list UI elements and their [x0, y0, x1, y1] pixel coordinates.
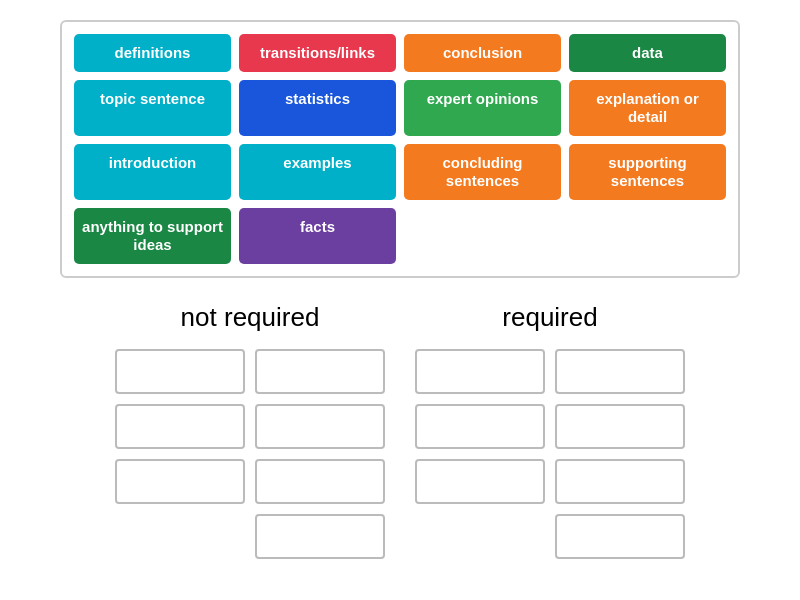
- tile-data[interactable]: data: [569, 34, 726, 72]
- not-required-column: not required: [115, 302, 385, 559]
- drop-box-r-2[interactable]: [555, 349, 685, 394]
- tile-facts[interactable]: facts: [239, 208, 396, 264]
- required-header: required: [502, 302, 597, 333]
- not-required-grid: [115, 349, 385, 559]
- word-bank: definitions transitions/links conclusion…: [60, 20, 740, 278]
- tile-examples[interactable]: examples: [239, 144, 396, 200]
- drop-box-r-5[interactable]: [415, 459, 545, 504]
- drop-box-r-3[interactable]: [415, 404, 545, 449]
- page-container: definitions transitions/links conclusion…: [0, 0, 800, 579]
- drop-box-nr-7[interactable]: [255, 514, 385, 559]
- tile-explanation-detail[interactable]: explanation or detail: [569, 80, 726, 136]
- tile-transitions-links[interactable]: transitions/links: [239, 34, 396, 72]
- drop-box-r-1[interactable]: [415, 349, 545, 394]
- tile-statistics[interactable]: statistics: [239, 80, 396, 136]
- required-column: required: [415, 302, 685, 559]
- drop-section: not required required: [60, 302, 740, 559]
- tile-concluding-sentences[interactable]: concluding sentences: [404, 144, 561, 200]
- drop-box-r-7[interactable]: [555, 514, 685, 559]
- tile-conclusion[interactable]: conclusion: [404, 34, 561, 72]
- required-grid: [415, 349, 685, 559]
- drop-box-nr-1[interactable]: [115, 349, 245, 394]
- tile-definitions[interactable]: definitions: [74, 34, 231, 72]
- drop-box-r-6[interactable]: [555, 459, 685, 504]
- tile-anything-support[interactable]: anything to support ideas: [74, 208, 231, 264]
- not-required-header: not required: [181, 302, 320, 333]
- drop-box-nr-4[interactable]: [255, 404, 385, 449]
- drop-box-r-4[interactable]: [555, 404, 685, 449]
- drop-box-nr-5[interactable]: [115, 459, 245, 504]
- tile-introduction[interactable]: introduction: [74, 144, 231, 200]
- tile-topic-sentence[interactable]: topic sentence: [74, 80, 231, 136]
- tile-supporting-sentences[interactable]: supporting sentences: [569, 144, 726, 200]
- drop-box-nr-2[interactable]: [255, 349, 385, 394]
- drop-box-nr-3[interactable]: [115, 404, 245, 449]
- drop-box-nr-6[interactable]: [255, 459, 385, 504]
- tile-expert-opinions[interactable]: expert opinions: [404, 80, 561, 136]
